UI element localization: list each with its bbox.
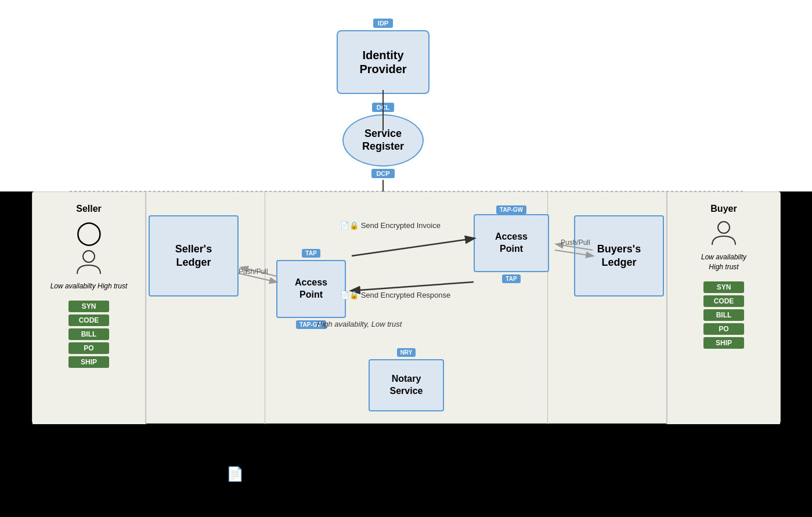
seller-section: Seller ◯ Low availabilty High trust SYN … bbox=[33, 192, 146, 424]
dcl-badge: DCL bbox=[372, 103, 395, 112]
buyer-avatar bbox=[709, 219, 738, 248]
seller-badge-syn: SYN bbox=[68, 301, 109, 312]
buyer-tap-badge: TAP bbox=[502, 274, 520, 283]
notary-line2: Service bbox=[390, 386, 423, 396]
svg-point-5 bbox=[718, 222, 730, 233]
buyers-ledger-line1: Buyers's bbox=[597, 243, 641, 255]
main-flow-area: Seller ◯ Low availabilty High trust SYN … bbox=[32, 191, 781, 424]
sr-title-line1: Service bbox=[365, 128, 402, 140]
sellers-ledger: Seller's Ledger bbox=[149, 215, 239, 297]
seller-availability: Low availabilty High trust bbox=[50, 281, 128, 291]
notary-shape: Notary Service bbox=[369, 359, 444, 411]
doc-icon-response: 📄🔒 bbox=[340, 291, 359, 299]
buyer-access-point-box: Access Point bbox=[474, 214, 549, 272]
buyer-access-point-container: TAP-GW Access Point TAP bbox=[474, 204, 549, 285]
sellers-ledger-line1: Seller's bbox=[175, 243, 212, 255]
idp-title-line1: Identity bbox=[362, 48, 403, 62]
sellers-ledger-line2: Ledger bbox=[176, 256, 211, 268]
identity-provider-shape: Identity Provider bbox=[337, 30, 430, 94]
diagram-container: IDP Identity Provider DCL Service Regist… bbox=[0, 0, 812, 517]
buyer-ap-line2: Point bbox=[500, 244, 523, 254]
svg-line-9 bbox=[352, 282, 474, 291]
seller-avatar bbox=[74, 248, 103, 277]
divider-left bbox=[146, 192, 146, 424]
buyer-label: Buyer bbox=[710, 204, 737, 214]
seller-ap-line2: Point bbox=[299, 290, 323, 299]
identity-provider-box: IDP Identity Provider bbox=[334, 17, 432, 94]
buyer-ap-line1: Access bbox=[495, 232, 528, 241]
buyers-ledger-line2: Ledger bbox=[601, 256, 636, 268]
idp-title-line2: Provider bbox=[359, 62, 406, 76]
buyer-badge-po: PO bbox=[703, 323, 744, 335]
seller-badge-code: CODE bbox=[68, 314, 109, 326]
seller-ap-line1: Access bbox=[295, 277, 327, 287]
idp-badge: IDP bbox=[373, 19, 393, 28]
seller-badge-bill: BILL bbox=[68, 328, 109, 340]
seller-badges: SYN CODE BILL PO SHIP bbox=[68, 301, 109, 368]
seller-badge-po: PO bbox=[68, 342, 109, 354]
notary-line1: Notary bbox=[392, 374, 421, 384]
buyer-section: Buyer Low availabiltyHigh trust SYN CODE… bbox=[667, 192, 780, 424]
nry-badge: NRY bbox=[397, 348, 416, 357]
buyer-badge-code: CODE bbox=[703, 295, 744, 307]
seller-access-point-container: TAP Access Point TAP-GW bbox=[276, 247, 346, 329]
bottom-doc-icon: 📄 bbox=[226, 466, 244, 482]
buyers-ledger: Buyers's Ledger bbox=[574, 215, 664, 297]
seller-person-icon: ◯ bbox=[76, 219, 102, 245]
buyer-badges: SYN CODE BILL PO SHIP bbox=[703, 281, 744, 349]
svg-point-4 bbox=[83, 251, 95, 262]
push-pull-left-label: Push/Pull bbox=[239, 267, 268, 276]
buyer-availability: Low availabiltyHigh trust bbox=[701, 252, 746, 272]
seller-tap-badge: TAP bbox=[302, 249, 320, 258]
divider-mid-left bbox=[265, 192, 265, 424]
high-avail-text: High availabilty, Low trust bbox=[317, 320, 402, 328]
push-pull-right-label: Push/Pull bbox=[561, 238, 590, 247]
dcp-badge: DCP bbox=[371, 169, 394, 178]
service-register-shape: Service Register bbox=[342, 114, 424, 167]
sr-title-line2: Register bbox=[362, 140, 404, 153]
top-area: IDP Identity Provider DCL Service Regist… bbox=[0, 0, 812, 191]
doc-icon-invoice: 📄🔒 bbox=[340, 221, 359, 230]
svg-line-8 bbox=[352, 238, 474, 256]
buyer-badge-ship: SHIP bbox=[703, 337, 744, 349]
seller-badge-ship: SHIP bbox=[68, 356, 109, 368]
service-register-box: DCL Service Register DCP bbox=[334, 102, 432, 178]
seller-label: Seller bbox=[76, 204, 102, 214]
seller-access-point-box: Access Point bbox=[276, 260, 346, 318]
buyer-tap-gw-badge: TAP-GW bbox=[496, 205, 526, 214]
notary-service-box: NRY Notary Service bbox=[369, 346, 444, 411]
send-encrypted-response-label: 📄🔒 Send Encrypted Response bbox=[340, 291, 450, 299]
buyer-badge-syn: SYN bbox=[703, 281, 744, 293]
send-encrypted-invoice-label: 📄🔒 Send Encrypted Invoice bbox=[340, 221, 441, 230]
buyer-badge-bill: BILL bbox=[703, 309, 744, 321]
